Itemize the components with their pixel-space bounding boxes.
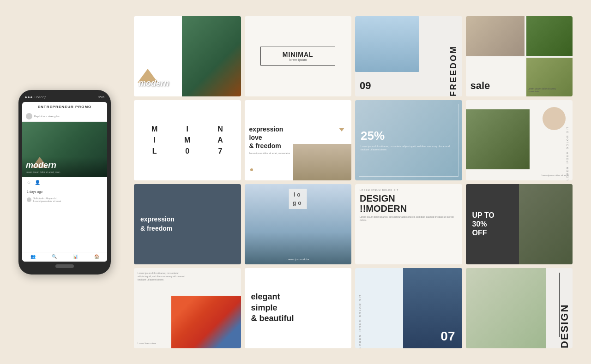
- card16-design-label: DESIGN: [559, 268, 571, 348]
- phone-mockup: LOGO ▽ 95% ENTREPRENEUR PROMO Exploit ou…: [18, 90, 120, 274]
- template-grid: modern Lorem ipsum dolor sit amet MINIMA…: [134, 16, 573, 348]
- card12-offer-text: UP TO30%OFF: [472, 211, 495, 238]
- card3-number: 09: [360, 80, 371, 92]
- card2-lorem-text: lorem ipsum: [265, 58, 331, 61]
- phone-home-button[interactable]: [55, 264, 74, 268]
- card6-triangle-decoration: [339, 128, 344, 131]
- phone-signal: LOGO ▽: [25, 95, 46, 99]
- card10-caption: Lorem ipsum dolor: [286, 258, 309, 261]
- card-minimal-07: M I N I M A L 0 7: [134, 100, 241, 180]
- phone-battery-label: 95%: [98, 95, 104, 99]
- card8-circle-decoration: [543, 107, 566, 130]
- phone-wifi-icon: ▽: [43, 95, 46, 99]
- card1-subtitle: Lorem ipsum dolor sit amet: [139, 88, 172, 91]
- card-25-percent: 25% Lorem ipsum dolor sit amet, consecte…: [355, 100, 462, 180]
- card10-logo-text: logo: [289, 189, 307, 209]
- card3-freedom-label: FREEDOM: [449, 16, 458, 96]
- card-expression-love: expressionlove& freedom Lorem ipsum dolo…: [245, 100, 352, 180]
- card1-modern-label: modern: [139, 78, 172, 88]
- card4-sale-label: sale: [470, 80, 490, 92]
- card-design-vertical: DESIGN: [466, 268, 573, 348]
- phone-bottom-nav: 👥 🔍 📊 🏠: [22, 252, 107, 262]
- card-buildings: Lorem ipsum dolor sit amet, consectetur …: [134, 268, 241, 348]
- phone-lorem-text: Lorem ipsum dolor sit amet, conc.: [26, 171, 103, 173]
- card-lorem-circle: LOREM IPSUM DOLOR SIT lorem ipsum dolor …: [466, 100, 573, 180]
- card6-dot-decoration: [250, 168, 253, 171]
- card-design-modern: LOREM IPSUM DOLOR SIT DESIGN!!MODERN Lor…: [355, 184, 462, 264]
- card11-design-title: DESIGN!!MODERN: [360, 193, 407, 214]
- card4-description: Lorem ipsum dolor sit amet, consectetur: [528, 87, 568, 93]
- card13-corner-text: Lorem lorem dolor: [138, 342, 157, 345]
- card1-text-content: modern Lorem ipsum dolor sit amet: [139, 78, 172, 91]
- card2-minimal-label: MINIMAL: [265, 51, 331, 58]
- phone-subheader: Exploit our strengths: [22, 111, 107, 122]
- card16-flower-image: [466, 268, 546, 348]
- phone-nav-chart-icon[interactable]: 📊: [73, 254, 78, 259]
- card-up-to-30: UP TO30%OFF: [466, 184, 573, 264]
- phone-app-title: ENTREPRENEUR PROMO: [22, 102, 107, 111]
- card5-letter-M: M: [139, 125, 169, 133]
- phone-nav-people-icon[interactable]: 👥: [30, 254, 36, 259]
- phone-user-avatar: [26, 113, 32, 119]
- phone-logo-label: LOGO: [35, 96, 42, 99]
- card5-letter-I2: I: [139, 136, 169, 144]
- phone-comment-text: Sollicitudin. Aliquam bl… Lorem ipsum do…: [33, 197, 61, 203]
- card8-bottom-text: lorem ipsum dolor sit amet: [526, 174, 569, 177]
- card12-background-image: [519, 184, 573, 264]
- card5-letter-7: 7: [205, 147, 235, 155]
- card4-image-tl: [466, 16, 525, 56]
- card-modern-photo: modern Lorem ipsum dolor sit amet: [134, 16, 241, 96]
- card13-buildings-image: [171, 296, 241, 348]
- card5-letter-grid: M I N I M A L 0 7: [139, 125, 235, 155]
- card8-lorem-vertical: LOREM IPSUM DOLOR SIT: [566, 100, 569, 180]
- card-expression-freedom-dark: expression& freedom: [134, 184, 241, 264]
- card9-text: expression& freedom: [140, 215, 175, 233]
- phone-post-image: modern Lorem ipsum dolor sit amet, conc.: [22, 122, 107, 177]
- phone-star-icon[interactable]: ☆: [27, 180, 31, 185]
- card-07-vertical: LOREM IPSUM DOLOR SIT 07: [355, 268, 462, 348]
- phone-modern-text: modern: [26, 161, 103, 170]
- card13-top-text: Lorem ipsum dolor sit amet, consectetur …: [138, 272, 186, 281]
- phone-device: LOGO ▽ 95% ENTREPRENEUR PROMO Exploit ou…: [18, 90, 111, 274]
- card6-subtitle: Lorem ipsum dolor sit amet, consectetur: [249, 152, 290, 155]
- phone-nav-home-icon[interactable]: 🏠: [94, 254, 99, 259]
- card6-title: expressionlove& freedom: [249, 125, 283, 150]
- card-logo-photo: logo Lorem ipsum dolor: [245, 184, 352, 264]
- card5-letter-A: A: [205, 136, 235, 144]
- phone-commenter-avatar: [27, 197, 31, 202]
- phone-comment: Sollicitudin. Aliquam bl… Lorem ipsum do…: [22, 195, 107, 204]
- card-minimal: MINIMAL lorem ipsum: [245, 16, 352, 96]
- card15-lorem-vertical: LOREM IPSUM DOLOR SIT: [359, 268, 362, 348]
- card11-description: Lorem ipsum dolor sit amet, consectetur …: [360, 215, 458, 222]
- card5-letter-N: N: [205, 125, 235, 133]
- phone-screen: ENTREPRENEUR PROMO Exploit our strengths…: [22, 102, 107, 262]
- card7-border-decoration: [359, 104, 458, 177]
- phone-comment-body: Lorem ipsum dolor sit amet: [33, 200, 61, 203]
- phone-days-ago: 1 days ago: [22, 188, 107, 195]
- card11-label: LOREM IPSUM DOLOR SIT: [360, 189, 398, 191]
- card-sale: sale Lorem ipsum dolor sit amet, consect…: [466, 16, 573, 96]
- card5-letter-0: 0: [172, 147, 202, 155]
- card3-landscape-image: [355, 16, 419, 72]
- card1-background-image: [182, 16, 241, 96]
- card-freedom: FREEDOM 09: [355, 16, 462, 96]
- card14-elegant-text: elegantsimple& beautiful: [251, 292, 294, 324]
- card5-letter-L: L: [139, 147, 169, 155]
- card6-bottom-image: [293, 144, 351, 180]
- phone-share-icon[interactable]: 👤: [35, 180, 40, 185]
- card2-border-rect: MINIMAL lorem ipsum: [260, 47, 335, 66]
- card5-letter-M2: M: [172, 136, 202, 144]
- card-elegant: elegantsimple& beautiful: [245, 268, 352, 348]
- phone-image-overlay: modern Lorem ipsum dolor sit amet, conc.: [22, 157, 107, 177]
- phone-status-bar: LOGO ▽ 95%: [22, 95, 107, 102]
- phone-nav-search-icon[interactable]: 🔍: [52, 254, 57, 259]
- card4-image-tr: [526, 16, 573, 56]
- card8-nature-image: [466, 109, 530, 170]
- phone-subheader-text: Exploit our strengths: [34, 115, 60, 118]
- card5-letter-I: I: [172, 125, 202, 133]
- phone-action-bar: ☆ 👤: [22, 177, 107, 188]
- card15-number: 07: [440, 329, 455, 344]
- phone-comment-user: Sollicitudin. Aliquam bl…: [33, 197, 61, 200]
